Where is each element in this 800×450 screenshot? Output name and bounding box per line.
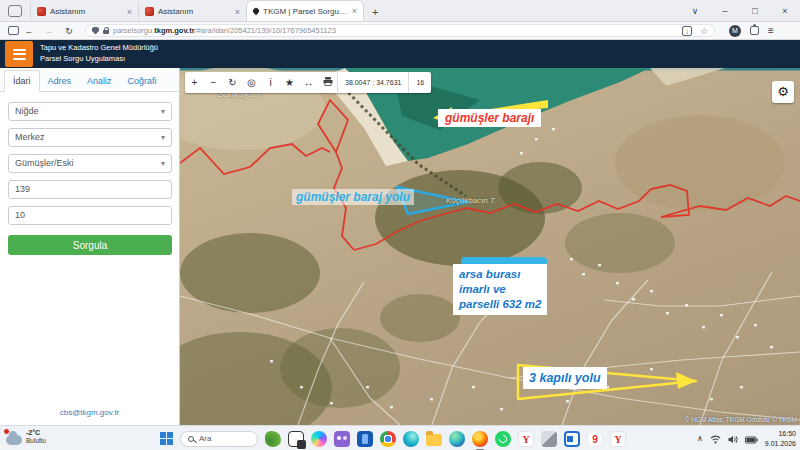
cloud-icon — [6, 435, 22, 445]
profile-avatar[interactable]: M — [729, 25, 741, 37]
tab-close-icon[interactable]: × — [127, 7, 132, 17]
taskbar-clock[interactable]: 16:50 9.01.2026 — [765, 429, 796, 448]
neighborhood-select[interactable]: Gümüşler/Eski▾ — [8, 154, 172, 173]
coordinates-readout: 38.0047 : 34.7631 — [337, 72, 408, 93]
clock-time: 16:50 — [778, 430, 796, 437]
lock-icon[interactable] — [103, 30, 109, 34]
wifi-icon[interactable] — [710, 430, 721, 448]
tab-list-button[interactable]: ∨ — [680, 6, 710, 16]
map-viewport[interactable]: + − ↻ ◎ i ★ ↔ 38.0047 : 34.7631 16 ⚙ Sar… — [180, 68, 800, 425]
back-button[interactable]: ← — [19, 26, 39, 36]
neighborhood-value: Gümüşler/Eski — [15, 158, 74, 168]
chevron-down-icon: ▾ — [161, 103, 165, 120]
tracking-shield-icon[interactable] — [92, 27, 99, 35]
annotation-parcel: arsa burası imarlı ve parselli 632 m2 — [453, 264, 547, 315]
copilot-icon[interactable] — [311, 431, 327, 447]
clock-date: 9.01.2026 — [765, 440, 796, 447]
measure-button[interactable]: ↔ — [299, 72, 318, 93]
edge-icon[interactable] — [449, 431, 465, 447]
windows-taskbar: -2°CBulutlu Ara Y 9 Y ∧ — [0, 425, 800, 450]
taskbar-search[interactable]: Ara — [180, 431, 258, 447]
print-button[interactable] — [318, 72, 337, 93]
tab-cografi[interactable]: Coğrafi — [120, 71, 165, 91]
battery-icon[interactable] — [745, 430, 758, 448]
contact-email-link[interactable]: cbs@tkgm.gov.tr — [0, 408, 179, 417]
url-bar[interactable]: parselsorgu.tkgm.gov.tr/#ara/idari/20542… — [85, 24, 715, 37]
reload-button[interactable]: ↻ — [59, 26, 79, 36]
province-select[interactable]: Niğde▾ — [8, 102, 172, 121]
yandex-icon-2[interactable]: Y — [610, 431, 626, 447]
start-button[interactable] — [160, 432, 173, 445]
province-value: Niğde — [15, 106, 39, 116]
app-title: Tapu ve Kadastro Genel Müdürlüğü Parsel … — [40, 43, 158, 65]
tab-close-icon[interactable]: × — [235, 7, 240, 17]
new-tab-button[interactable]: + — [372, 6, 378, 18]
sidebar-toggle-icon[interactable] — [8, 26, 19, 35]
tab-asistanim-2[interactable]: Asistanım × — [138, 2, 246, 21]
block-value: 139 — [15, 184, 30, 194]
block-input[interactable]: 139 — [8, 180, 172, 199]
chrome-icon[interactable] — [380, 431, 396, 447]
tab-label: Asistanım — [50, 7, 123, 16]
zoom-in-button[interactable]: + — [185, 72, 204, 93]
tab-asistanim-1[interactable]: Asistanım × — [30, 2, 138, 21]
district-select[interactable]: Merkez▾ — [8, 128, 172, 147]
annotation-dam: gümüşler barajı — [438, 109, 541, 127]
refresh-button[interactable]: ↻ — [223, 72, 242, 93]
close-button[interactable]: × — [770, 6, 800, 16]
firefox-icon[interactable] — [472, 431, 488, 447]
zoom-out-button[interactable]: − — [204, 72, 223, 93]
app-title-line2: Parsel Sorgu Uygulaması — [40, 54, 158, 65]
volume-icon[interactable] — [728, 430, 738, 448]
tray-chevron-icon[interactable]: ∧ — [697, 434, 703, 443]
minimize-button[interactable]: – — [710, 6, 740, 16]
tab-label: Asistanım — [158, 7, 231, 16]
chevron-down-icon: ▾ — [161, 155, 165, 172]
hamburger-menu-button[interactable] — [5, 41, 33, 67]
firefox-view-icon[interactable] — [8, 5, 22, 17]
tab-analiz[interactable]: Analiz — [79, 71, 120, 91]
chevron-down-icon: ▾ — [161, 129, 165, 146]
asistanim-favicon-icon — [145, 7, 154, 16]
zoom-level-readout: 16 — [408, 72, 431, 93]
info-button[interactable]: i — [261, 72, 280, 93]
favorite-button[interactable]: ★ — [280, 72, 299, 93]
annotation-gate-road: 3 kapılı yolu — [523, 367, 607, 389]
weather-temp: -2°C — [26, 429, 40, 436]
map-settings-button[interactable]: ⚙ — [772, 81, 794, 103]
weather-widget[interactable]: -2°CBulutlu — [6, 428, 46, 446]
red-circle-app-icon[interactable]: 9 — [587, 431, 603, 447]
query-button[interactable]: Sorgula — [8, 235, 172, 255]
maximize-button[interactable]: □ — [740, 6, 770, 16]
people-app-icon[interactable] — [334, 431, 350, 447]
weather-condition: Bulutlu — [26, 437, 46, 444]
tab-adres[interactable]: Adres — [40, 71, 80, 91]
tkgm-app-header: Tapu ve Kadastro Genel Müdürlüğü Parsel … — [0, 40, 800, 68]
file-explorer-icon[interactable] — [426, 434, 442, 446]
forward-button[interactable]: → — [39, 26, 59, 36]
bookmark-star-icon[interactable]: ☆ — [700, 26, 708, 36]
extensions-icon[interactable] — [750, 26, 759, 35]
yandex-icon[interactable]: Y — [518, 431, 534, 447]
browser-tab-strip: Asistanım × Asistanım × TKGM | Parsel So… — [0, 0, 800, 22]
task-view-icon[interactable] — [288, 431, 304, 447]
app-title-line1: Tapu ve Kadastro Genel Müdürlüğü — [40, 43, 158, 54]
plants-app-icon[interactable] — [265, 431, 281, 447]
tab-close-icon[interactable]: × — [352, 6, 357, 16]
query-form: Niğde▾ Merkez▾ Gümüşler/Eski▾ 139 10 Sor… — [0, 92, 179, 255]
district-value: Merkez — [15, 132, 45, 142]
save-page-icon[interactable]: ↓ — [682, 26, 692, 36]
map-toolbar: + − ↻ ◎ i ★ ↔ 38.0047 : 34.7631 16 — [185, 72, 431, 93]
query-sidebar: İdari Adres Analiz Coğrafi Niğde▾ Merkez… — [0, 68, 180, 425]
phone-link-icon[interactable] — [357, 431, 373, 447]
tab-tkgm-active[interactable]: TKGM | Parsel Sorgu Uygulaması × — [246, 0, 364, 21]
locate-button[interactable]: ◎ — [242, 72, 261, 93]
3d-box-app-icon[interactable] — [541, 431, 557, 447]
blue-frame-app-icon[interactable] — [564, 431, 580, 447]
parcel-input[interactable]: 10 — [8, 206, 172, 225]
menu-icon[interactable]: ≡ — [768, 25, 774, 36]
bing-swirl-icon[interactable] — [403, 431, 419, 447]
whatsapp-icon[interactable] — [495, 431, 511, 447]
tab-idari[interactable]: İdari — [4, 70, 40, 92]
map-attribution: © HGM Atlas, TKGM Ortofoto © TKGM — [685, 416, 797, 423]
